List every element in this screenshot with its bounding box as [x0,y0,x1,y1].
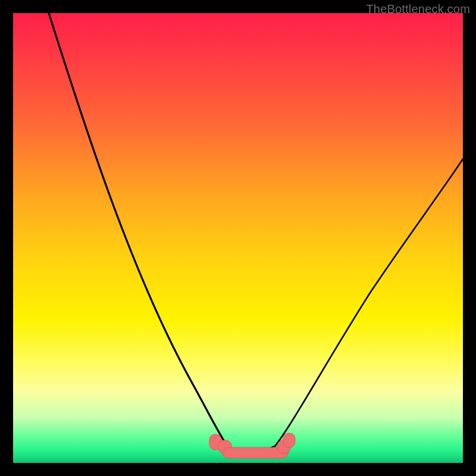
left-curve-path [49,13,227,446]
right-curve-path [275,159,463,446]
svg-rect-4 [283,433,295,447]
watermark-text: TheBottleneck.com [366,2,470,16]
chart-svg [13,13,463,463]
curve-paths [49,13,463,452]
chart-frame: TheBottleneck.com [0,0,476,476]
chart-plot-area [13,13,463,463]
